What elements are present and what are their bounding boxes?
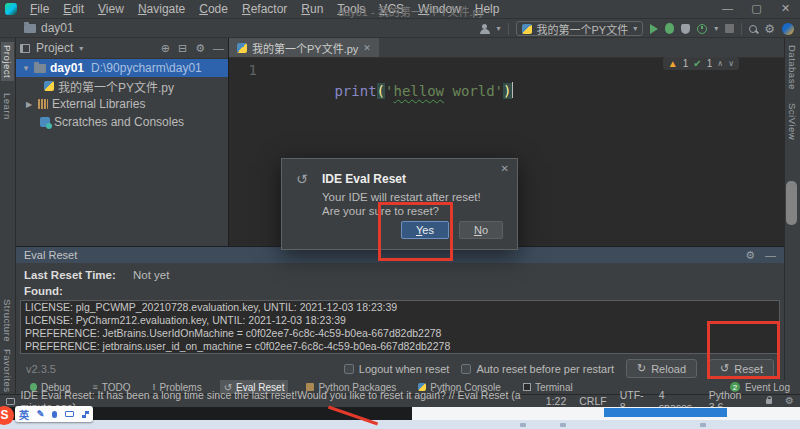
plugin-version: v2.3.5 xyxy=(26,363,56,375)
chevron-down-icon[interactable]: ▾ xyxy=(714,24,718,33)
chevron-expanded-icon[interactable]: ▼ xyxy=(22,64,30,73)
settings-gear-icon[interactable]: ⚙ xyxy=(195,42,205,55)
tree-row-external-libraries[interactable]: ▶ External Libraries xyxy=(16,95,228,113)
breadcrumb[interactable]: day01 xyxy=(24,21,74,35)
title-bar: File Edit View Navigate Code Refactor Ru… xyxy=(0,0,800,19)
sidebar-item-database[interactable]: Database xyxy=(786,42,799,93)
taskbar-icon[interactable] xyxy=(560,423,566,427)
project-panel-title[interactable]: Project xyxy=(36,41,73,55)
taskbar-icon[interactable] xyxy=(700,423,706,427)
taskbar-icon[interactable] xyxy=(520,423,526,427)
last-reset-value: Not yet xyxy=(133,269,169,281)
menu-file[interactable]: File xyxy=(23,0,56,18)
caret-position[interactable]: 1:22 xyxy=(546,395,566,407)
sidebar-item-sciview[interactable]: SciView xyxy=(786,100,799,143)
sidebar-item-structure[interactable]: Structure xyxy=(1,296,14,345)
window-icon[interactable] xyxy=(6,398,15,405)
reset-icon: ↺ xyxy=(296,171,308,187)
found-label: Found: xyxy=(24,285,63,297)
maximize-button[interactable]: ▢ xyxy=(742,0,771,19)
list-item[interactable]: PREFERENCE: JetBrains.UserIdOnMachine = … xyxy=(21,327,779,340)
logout-when-reset-checkbox[interactable]: Logout when reset xyxy=(344,363,450,375)
tree-row-file[interactable]: 我的第一个PY文件.py xyxy=(16,77,228,95)
chevron-collapsed-icon[interactable]: ▶ xyxy=(26,100,34,109)
run-button[interactable] xyxy=(650,24,658,34)
line-number: 1 xyxy=(229,60,257,80)
code-with-me-icon[interactable] xyxy=(782,23,794,35)
prev-problem-icon[interactable]: ∧ xyxy=(717,59,723,68)
tree-row-scratches[interactable]: Scratches and Consoles xyxy=(16,113,228,131)
sidebar-item-project[interactable]: Project xyxy=(1,42,14,81)
ime-toolbar[interactable]: 英 ✎ xyxy=(15,406,93,422)
editor-tab-bar: 我的第一个PY文件.py ✕ xyxy=(229,38,784,58)
profiler-button[interactable] xyxy=(697,24,707,34)
close-tab-icon[interactable]: ✕ xyxy=(363,43,371,53)
close-button[interactable]: ✕ xyxy=(771,0,800,19)
folder-icon xyxy=(34,64,46,73)
next-problem-icon[interactable]: ∨ xyxy=(728,59,734,68)
locate-file-icon[interactable]: ⊕ xyxy=(161,42,170,55)
collapse-all-icon[interactable]: ⊟ xyxy=(178,42,187,55)
lock-icon[interactable] xyxy=(766,399,772,404)
menu-refactor[interactable]: Refactor xyxy=(235,0,294,18)
menu-view[interactable]: View xyxy=(91,0,131,18)
list-item[interactable]: LICENSE: PyCharm212.evaluation.key, UNTI… xyxy=(21,314,779,327)
settings-gear-icon[interactable]: ⚙ xyxy=(764,23,775,35)
menu-navigate[interactable]: Navigate xyxy=(131,0,192,18)
inspections-widget[interactable]: ▲ 1 ✔ 1 ∧ ∨ xyxy=(663,57,739,70)
list-item[interactable]: LICENSE: plg_PCWMP_20210728.evaluation.k… xyxy=(21,301,779,314)
reload-button-label: Reload xyxy=(651,363,686,375)
tool-window-icon xyxy=(20,44,30,53)
coverage-button[interactable] xyxy=(681,24,690,34)
scratches-icon xyxy=(40,117,50,127)
line-separator[interactable]: CRLF xyxy=(579,395,606,407)
ime-language-indicator[interactable]: 英 xyxy=(19,407,29,422)
menu-run[interactable]: Run xyxy=(294,0,330,18)
pycharm-logo-icon xyxy=(5,3,17,15)
code-token-open-paren: ( xyxy=(377,83,385,99)
auto-reset-checkbox[interactable]: Auto reset before per restart xyxy=(461,363,614,375)
python-file-icon xyxy=(522,24,532,34)
hide-panel-icon[interactable]: ― xyxy=(765,249,776,262)
toolbar-divider xyxy=(508,23,509,35)
hide-panel-icon[interactable]: ― xyxy=(213,42,224,54)
sidebar-item-learn[interactable]: Learn xyxy=(1,90,14,123)
debug-button[interactable] xyxy=(665,23,674,34)
pycharm-window: File Edit View Navigate Code Refactor Ru… xyxy=(0,0,800,429)
library-icon xyxy=(38,99,48,109)
tree-row-root[interactable]: ▼ day01 D:\90pycharm\day01 xyxy=(16,59,228,77)
grid-menu-icon[interactable] xyxy=(82,411,89,418)
pen-icon[interactable]: ✎ xyxy=(37,409,45,419)
settings-gear-icon[interactable]: ⚙ xyxy=(785,395,794,407)
editor-tab[interactable]: 我的第一个PY文件.py ✕ xyxy=(229,38,379,57)
external-libraries-label: External Libraries xyxy=(52,97,145,111)
scratches-label: Scratches and Consoles xyxy=(54,115,184,129)
checkbox-icon[interactable] xyxy=(344,364,354,374)
license-list[interactable]: LICENSE: plg_PCWMP_20210728.evaluation.k… xyxy=(20,300,780,354)
no-button-label: No xyxy=(474,224,488,236)
code-token-string: world' xyxy=(444,83,503,99)
reload-button[interactable]: ↻ Reload xyxy=(626,359,697,378)
vcs-user-icon[interactable] xyxy=(480,24,490,34)
menu-edit[interactable]: Edit xyxy=(56,0,91,18)
no-button[interactable]: No xyxy=(459,221,503,239)
stop-button[interactable] xyxy=(725,24,734,33)
run-configuration-select[interactable]: 我的第一个PY文件 ▾ xyxy=(516,21,644,36)
text-caret xyxy=(512,82,513,98)
list-item[interactable]: PREFERENCE: jetbrains.user_id_on_machine… xyxy=(21,340,779,353)
minimize-button[interactable]: — xyxy=(713,0,742,19)
checkbox-icon[interactable] xyxy=(461,364,471,374)
sidebar-item-favorites[interactable]: Favorites xyxy=(1,346,14,396)
scrollbar-thumb[interactable] xyxy=(786,181,797,225)
microphone-icon[interactable] xyxy=(52,411,57,418)
chevron-down-icon[interactable]: ▾ xyxy=(79,44,83,53)
dialog-close-icon[interactable]: ✕ xyxy=(501,163,509,174)
check-icon: ✔ xyxy=(693,58,701,69)
dialog-title: IDE Eval Reset xyxy=(322,172,406,186)
status-bar: IDE Eval Reset: It has been a long time … xyxy=(0,394,800,407)
search-icon[interactable] xyxy=(749,25,757,33)
chevron-down-icon[interactable]: ▾ xyxy=(497,24,501,33)
settings-gear-icon[interactable]: ⚙ xyxy=(745,249,755,262)
keyboard-icon[interactable] xyxy=(65,411,74,417)
menu-code[interactable]: Code xyxy=(192,0,235,18)
